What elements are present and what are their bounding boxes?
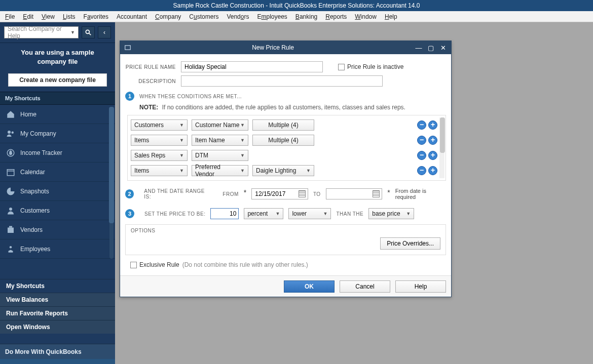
menu-reports[interactable]: Reports	[325, 13, 347, 20]
exclusive-checkbox[interactable]	[130, 262, 137, 268]
collapse-sidebar-button[interactable]: ‹	[98, 26, 111, 38]
sidebar-item-label: Vendors	[20, 226, 43, 233]
condition-field-combo[interactable]: Preferred Vendor▼	[192, 165, 248, 176]
calendar-icon[interactable]	[373, 190, 380, 197]
sidebar-scrollbar-thumb[interactable]	[109, 107, 114, 223]
window-menu-icon[interactable]	[124, 44, 131, 51]
condition-field-combo[interactable]: DTM▼	[192, 150, 248, 161]
menu-banking[interactable]: Banking	[295, 13, 317, 20]
condition-field-value: Customer Name	[195, 122, 239, 129]
sidebar-item-calendar[interactable]: Calendar	[0, 163, 115, 182]
price-unit-combo[interactable]: percent▼	[244, 208, 283, 219]
plus-icon: +	[431, 121, 435, 128]
condition-type-combo[interactable]: Customers▼	[131, 119, 188, 131]
price-base-combo[interactable]: base price▼	[368, 208, 414, 219]
condition-type-combo[interactable]: Items▼	[131, 135, 188, 146]
menu-customers[interactable]: Customers	[189, 13, 218, 20]
search-input[interactable]: Search Company or Help ▼	[4, 26, 79, 38]
price-direction-combo[interactable]: lower▼	[288, 208, 331, 219]
condition-value-combo[interactable]: Daigle Lighting▼	[252, 165, 314, 176]
conditions-panel: Customers▼Customer Name▼Multiple (4)−+It…	[127, 115, 446, 181]
menu-vendors[interactable]: Vendors	[227, 13, 249, 20]
cancel-button[interactable]: Cancel	[340, 280, 390, 293]
menu-window[interactable]: Window	[355, 13, 377, 20]
minimize-button[interactable]: —	[415, 44, 423, 51]
bottom-tab-run-reports[interactable]: Run Favorite Reports	[0, 306, 115, 320]
bottom-tab-my-shortcuts[interactable]: My Shortcuts	[0, 279, 115, 293]
menu-accountant[interactable]: Accountant	[117, 13, 147, 20]
bottom-tab-view-balances[interactable]: View Balances	[0, 293, 115, 306]
create-company-button[interactable]: Create a new company file	[8, 73, 107, 87]
sidebar-item-my-company[interactable]: My Company	[0, 124, 115, 143]
sidebar-item-label: Calendar	[20, 169, 45, 176]
add-condition-button[interactable]: +	[428, 166, 437, 175]
left-sidebar: Search Company or Help ▼ ‹ You are using…	[0, 22, 115, 364]
condition-field-combo[interactable]: Customer Name▼	[192, 119, 248, 131]
menu-view[interactable]: View	[42, 13, 55, 20]
inactive-checkbox[interactable]	[338, 64, 345, 70]
calendar-icon[interactable]	[299, 190, 306, 197]
sidebar-item-label: My Company	[20, 130, 56, 137]
sidebar-item-employees[interactable]: Employees	[0, 239, 115, 259]
menu-company[interactable]: Company	[155, 13, 181, 20]
search-button[interactable]	[82, 26, 95, 38]
sidebar-item-vendors[interactable]: Vendors	[0, 220, 115, 239]
price-overrides-button[interactable]: Price Overrides...	[380, 237, 440, 250]
promo-accent	[0, 359, 115, 364]
from-date-input[interactable]: 12/15/2017	[251, 188, 308, 199]
dialog-titlebar[interactable]: New Price Rule — ▢ ✕	[120, 41, 451, 54]
sidebar-item-snapshots[interactable]: Snapshots	[0, 182, 115, 201]
bottom-tab-open-windows[interactable]: Open Windows	[0, 320, 115, 334]
description-input[interactable]	[181, 75, 383, 87]
label-description: DESCRIPTION	[125, 78, 181, 84]
price-rule-dialog: New Price Rule — ▢ ✕ PRICE RULE NAME Pri…	[120, 41, 452, 297]
remove-condition-button[interactable]: −	[417, 120, 426, 130]
remove-condition-button[interactable]: −	[417, 151, 426, 160]
menu-employees[interactable]: Employees	[257, 13, 287, 20]
condition-type-value: Sales Reps	[134, 152, 165, 159]
from-date-value: 12/15/2017	[255, 190, 285, 197]
condition-value-button[interactable]: Multiple (4)	[252, 135, 314, 146]
chevron-down-icon: ▼	[179, 123, 184, 128]
ok-button[interactable]: OK	[284, 280, 335, 293]
condition-value: Daigle Lighting	[256, 167, 296, 174]
svg-rect-10	[9, 226, 12, 227]
close-button[interactable]: ✕	[439, 44, 447, 51]
add-condition-button[interactable]: +	[428, 120, 437, 130]
add-condition-button[interactable]: +	[428, 151, 437, 160]
menu-edit[interactable]: Edit	[23, 13, 33, 20]
remove-condition-button[interactable]: −	[417, 136, 426, 145]
sidebar-item-income-tracker[interactable]: $ Income Tracker	[0, 143, 115, 163]
remove-condition-button[interactable]: −	[417, 166, 426, 175]
note-prefix: NOTE:	[139, 104, 158, 111]
menu-file[interactable]: File	[5, 13, 15, 20]
condition-field-combo[interactable]: Item Name▼	[192, 135, 248, 146]
condition-type-combo[interactable]: Items▼	[131, 165, 188, 176]
condition-value-button[interactable]: Multiple (4)	[252, 119, 314, 131]
add-condition-button[interactable]: +	[428, 136, 437, 145]
rule-name-input[interactable]	[181, 61, 323, 72]
promo-bar[interactable]: Do More With QuickBooks	[0, 344, 115, 359]
sidebar-item-customers[interactable]: Customers	[0, 201, 115, 220]
sample-file-banner: You are using a sample company file	[0, 43, 115, 70]
condition-field-value: Preferred Vendor	[195, 164, 240, 178]
chevron-down-icon: ▼	[240, 138, 245, 143]
condition-type-combo[interactable]: Sales Reps▼	[131, 150, 188, 161]
menu-lists[interactable]: Lists	[63, 13, 76, 20]
people-icon	[6, 129, 15, 138]
svg-point-0	[86, 30, 89, 33]
to-date-input[interactable]	[326, 188, 383, 199]
price-amount-input[interactable]	[210, 208, 239, 219]
condition-field-value: Item Name	[195, 137, 225, 144]
help-button[interactable]: Help	[395, 280, 446, 293]
svg-point-2	[8, 131, 11, 134]
menu-help[interactable]: Help	[385, 13, 397, 20]
required-star: *	[387, 188, 390, 196]
menu-favorites[interactable]: Favorites	[84, 13, 108, 20]
sidebar-item-home[interactable]: Home	[0, 105, 115, 124]
conditions-scrollbar-thumb[interactable]	[440, 117, 445, 153]
condition-type-value: Customers	[134, 122, 164, 129]
exclusive-label: Exclusive Rule	[139, 261, 179, 268]
minus-icon: −	[420, 151, 424, 158]
maximize-button[interactable]: ▢	[427, 44, 435, 51]
